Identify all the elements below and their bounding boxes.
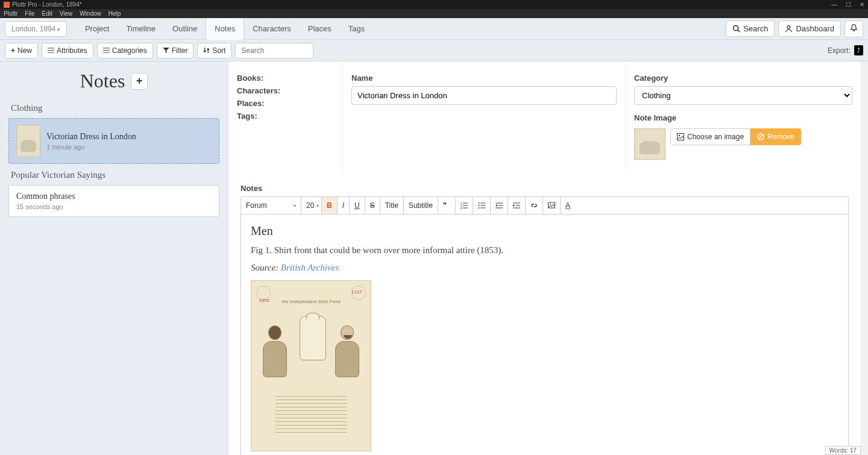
- image-icon: [548, 202, 555, 209]
- filter-icon: [163, 47, 169, 54]
- meta-characters: Characters:: [237, 86, 334, 95]
- notifications-button[interactable]: [844, 20, 863, 37]
- image-icon: [677, 133, 684, 140]
- menu-edit[interactable]: Edit: [42, 10, 52, 17]
- svg-point-0: [734, 26, 738, 31]
- svg-point-33: [550, 204, 551, 205]
- rte-bold[interactable]: B: [322, 197, 338, 214]
- dashboard-button[interactable]: Dashboard: [778, 20, 841, 37]
- note-title: Common phrases: [16, 192, 212, 201]
- search-icon: [732, 25, 740, 33]
- rte-italic[interactable]: I: [338, 197, 350, 214]
- book-selector[interactable]: London, 1894: [5, 21, 67, 37]
- link-icon: [530, 202, 538, 209]
- tab-timeline[interactable]: Timeline: [118, 18, 164, 40]
- add-note-button[interactable]: +: [131, 73, 148, 90]
- source-link[interactable]: British Archives: [281, 263, 339, 272]
- rte-title[interactable]: Title: [380, 197, 404, 214]
- note-card[interactable]: Common phrases 15 seconds ago: [8, 185, 219, 217]
- maximize-icon[interactable]: ☐: [846, 1, 851, 8]
- rte-indent[interactable]: [508, 197, 526, 214]
- svg-line-12: [759, 135, 763, 139]
- rte-outdent[interactable]: [491, 197, 508, 214]
- word-count: Words: 17: [825, 446, 861, 455]
- ul-icon: [478, 202, 485, 209]
- top-nav: London, 1894 Project Timeline Outline No…: [0, 18, 868, 40]
- sort-button[interactable]: Sort: [197, 43, 231, 58]
- menu-plottr[interactable]: Plottr: [4, 10, 17, 17]
- filter-button[interactable]: Filter: [157, 43, 194, 58]
- tab-notes[interactable]: Notes: [206, 18, 244, 40]
- note-image-label: Note Image: [634, 113, 852, 122]
- meta-tags: Tags:: [237, 111, 334, 121]
- rte-toolbar: Forum 20 B I U S Title Subtitle " 123 A: [241, 196, 849, 215]
- rte-link[interactable]: [526, 197, 543, 214]
- categories-button[interactable]: Categories: [97, 43, 153, 58]
- rte-ul[interactable]: [473, 197, 491, 214]
- menu-help[interactable]: Help: [108, 10, 121, 17]
- meta-places: Places:: [237, 99, 334, 108]
- rte-content[interactable]: Men Fig 1. Shirt front that could be wor…: [241, 215, 849, 455]
- window-title: Plottr Pro - London, 1894*: [12, 1, 82, 8]
- svg-point-22: [478, 205, 479, 206]
- tab-characters[interactable]: Characters: [244, 18, 300, 40]
- attributes-button[interactable]: Attributes: [42, 43, 93, 58]
- choose-image-button[interactable]: Choose an image: [670, 128, 750, 145]
- svg-text:3: 3: [461, 207, 462, 209]
- export-label: Export: ⤴: [828, 45, 863, 55]
- notes-toolbar: +New Attributes Categories Filter Sort E…: [0, 40, 868, 61]
- note-card[interactable]: Victorian Dress in London 1 minute ago: [8, 118, 219, 164]
- close-icon[interactable]: ✕: [860, 1, 864, 8]
- export-icon[interactable]: ⤴: [854, 45, 863, 55]
- ol-icon: 123: [461, 202, 468, 209]
- name-field[interactable]: [351, 86, 617, 105]
- note-timestamp: 1 minute ago: [46, 143, 136, 151]
- svg-point-10: [679, 135, 681, 137]
- rte-subtitle[interactable]: Subtitle: [404, 197, 438, 214]
- indent-icon: [513, 202, 520, 209]
- rte-strike[interactable]: S: [365, 197, 380, 214]
- category-label: Category: [634, 74, 852, 83]
- new-button[interactable]: +New: [5, 43, 38, 58]
- svg-line-1: [738, 30, 740, 32]
- remove-image-button[interactable]: Remove: [750, 128, 801, 145]
- content-heading: Men: [251, 224, 838, 238]
- remove-icon: [757, 133, 764, 140]
- note-image-thumbnail: [634, 128, 665, 160]
- notes-label: Notes: [241, 184, 849, 193]
- menu-file[interactable]: File: [25, 10, 34, 17]
- search-button[interactable]: Search: [726, 20, 775, 37]
- notes-list-panel: Notes + Clothing Victorian Dress in Lond…: [0, 61, 228, 455]
- rte-font-select[interactable]: Forum: [241, 197, 301, 214]
- list-icon: [103, 47, 110, 54]
- embedded-image: 1853 1137 the Independent Shirt Front: [251, 280, 371, 451]
- rte-ol[interactable]: 123: [456, 197, 473, 214]
- tab-places[interactable]: Places: [300, 18, 340, 40]
- note-detail-panel: Books: Characters: Places: Tags: Name Ca…: [228, 61, 868, 455]
- app-menubar: Plottr File Edit View Window Help: [0, 9, 868, 18]
- rte-underline[interactable]: U: [350, 197, 365, 214]
- search-input[interactable]: [235, 43, 313, 58]
- menu-window[interactable]: Window: [80, 10, 101, 17]
- note-thumbnail: [16, 125, 40, 157]
- svg-point-24: [478, 207, 479, 209]
- category-select[interactable]: Clothing: [634, 86, 852, 105]
- quote-icon: ": [443, 202, 450, 209]
- content-source: Source: British Archives: [251, 263, 838, 273]
- name-label: Name: [351, 74, 617, 83]
- minimize-icon[interactable]: —: [831, 1, 837, 8]
- rte-color[interactable]: A: [561, 197, 575, 214]
- rte-size-select[interactable]: 20: [301, 197, 322, 214]
- tab-outline[interactable]: Outline: [164, 18, 206, 40]
- menu-view[interactable]: View: [60, 10, 73, 17]
- sort-icon: [203, 47, 210, 54]
- note-title: Victorian Dress in London: [46, 132, 136, 142]
- rte-image[interactable]: [543, 197, 561, 214]
- tab-project[interactable]: Project: [77, 18, 118, 40]
- tab-tags[interactable]: Tags: [340, 18, 373, 40]
- window-titlebar: Plottr Pro - London, 1894* — ☐ ✕: [0, 0, 868, 9]
- svg-point-2: [787, 26, 790, 29]
- rte-quote[interactable]: ": [438, 197, 456, 214]
- note-timestamp: 15 seconds ago: [16, 203, 212, 210]
- scrollbar[interactable]: [861, 61, 868, 455]
